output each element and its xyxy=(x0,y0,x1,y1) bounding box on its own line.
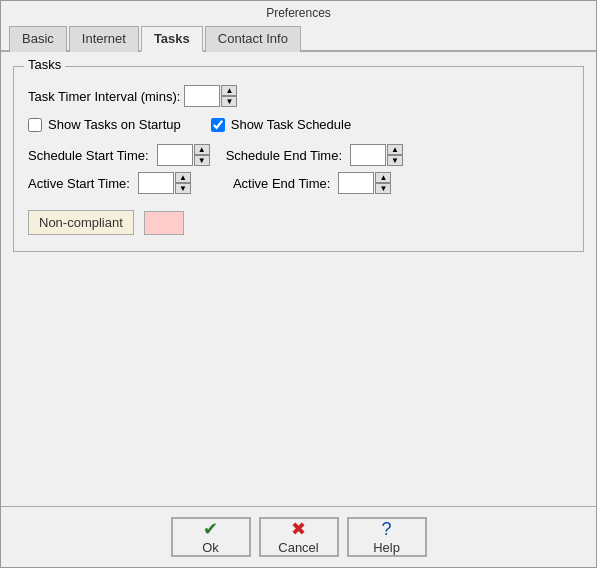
active-end-input[interactable]: 18 xyxy=(338,172,374,194)
active-start-input[interactable]: 8 xyxy=(138,172,174,194)
active-start-up[interactable]: ▲ xyxy=(175,172,191,183)
schedule-start-up[interactable]: ▲ xyxy=(194,144,210,155)
ok-button[interactable]: ✔ Ok xyxy=(171,517,251,557)
non-compliant-row: Non-compliant xyxy=(28,210,569,235)
active-end-down[interactable]: ▼ xyxy=(375,183,391,194)
schedule-end-up[interactable]: ▲ xyxy=(387,144,403,155)
schedule-end-spinner[interactable]: 20 ▲ ▼ xyxy=(350,144,403,166)
show-task-schedule-label: Show Task Schedule xyxy=(231,117,351,132)
tab-basic[interactable]: Basic xyxy=(9,26,67,52)
schedule-end-down[interactable]: ▼ xyxy=(387,155,403,166)
schedule-start-label: Schedule Start Time: xyxy=(28,148,149,163)
task-timer-input[interactable]: 1 xyxy=(184,85,220,107)
schedule-end-input[interactable]: 20 xyxy=(350,144,386,166)
ok-label: Ok xyxy=(202,540,219,555)
tab-internet[interactable]: Internet xyxy=(69,26,139,52)
schedule-start-group: Schedule Start Time: 6 ▲ ▼ xyxy=(28,144,210,166)
show-tasks-startup-label: Show Tasks on Startup xyxy=(48,117,181,132)
schedule-section: Schedule Start Time: 6 ▲ ▼ Schedule End … xyxy=(28,144,569,166)
help-label: Help xyxy=(373,540,400,555)
task-timer-down[interactable]: ▼ xyxy=(221,96,237,107)
active-end-group: Active End Time: 18 ▲ ▼ xyxy=(233,172,392,194)
active-start-spinner[interactable]: 8 ▲ ▼ xyxy=(138,172,191,194)
show-task-schedule-row: Show Task Schedule xyxy=(211,117,351,132)
task-timer-label: Task Timer Interval (mins): xyxy=(28,89,180,104)
preferences-dialog: Preferences Basic Internet Tasks Contact… xyxy=(0,0,597,568)
show-tasks-startup-row: Show Tasks on Startup xyxy=(28,117,181,132)
tasks-group-box: Tasks Task Timer Interval (mins): 1 ▲ ▼ … xyxy=(13,66,584,252)
show-tasks-startup-checkbox[interactable] xyxy=(28,118,42,132)
task-timer-spin-buttons: ▲ ▼ xyxy=(221,85,237,107)
tab-bar: Basic Internet Tasks Contact Info xyxy=(1,24,596,52)
tab-tasks[interactable]: Tasks xyxy=(141,26,203,52)
non-compliant-color-box[interactable] xyxy=(144,211,184,235)
dialog-title: Preferences xyxy=(1,1,596,24)
help-button[interactable]: ? Help xyxy=(347,517,427,557)
tasks-group-label: Tasks xyxy=(24,57,65,72)
cancel-icon: ✖ xyxy=(291,520,306,538)
task-timer-up[interactable]: ▲ xyxy=(221,85,237,96)
task-timer-row: Task Timer Interval (mins): 1 ▲ ▼ xyxy=(28,85,569,107)
schedule-start-input[interactable]: 6 xyxy=(157,144,193,166)
active-end-up[interactable]: ▲ xyxy=(375,172,391,183)
non-compliant-label: Non-compliant xyxy=(28,210,134,235)
task-timer-spinner[interactable]: 1 ▲ ▼ xyxy=(184,85,237,107)
schedule-end-label: Schedule End Time: xyxy=(226,148,342,163)
show-task-schedule-checkbox[interactable] xyxy=(211,118,225,132)
active-end-label: Active End Time: xyxy=(233,176,331,191)
cancel-label: Cancel xyxy=(278,540,318,555)
cancel-button[interactable]: ✖ Cancel xyxy=(259,517,339,557)
active-start-down[interactable]: ▼ xyxy=(175,183,191,194)
tab-content-tasks: Tasks Task Timer Interval (mins): 1 ▲ ▼ … xyxy=(1,52,596,289)
active-start-label: Active Start Time: xyxy=(28,176,130,191)
schedule-start-spinner[interactable]: 6 ▲ ▼ xyxy=(157,144,210,166)
tab-contact-info[interactable]: Contact Info xyxy=(205,26,301,52)
active-start-group: Active Start Time: 8 ▲ ▼ xyxy=(28,172,191,194)
active-end-spinner[interactable]: 18 ▲ ▼ xyxy=(338,172,391,194)
ok-icon: ✔ xyxy=(203,520,218,538)
schedule-end-group: Schedule End Time: 20 ▲ ▼ xyxy=(226,144,403,166)
schedule-start-down[interactable]: ▼ xyxy=(194,155,210,166)
help-icon: ? xyxy=(381,520,391,538)
bottom-bar: ✔ Ok ✖ Cancel ? Help xyxy=(1,506,596,567)
active-section: Active Start Time: 8 ▲ ▼ Active End Time… xyxy=(28,172,569,194)
